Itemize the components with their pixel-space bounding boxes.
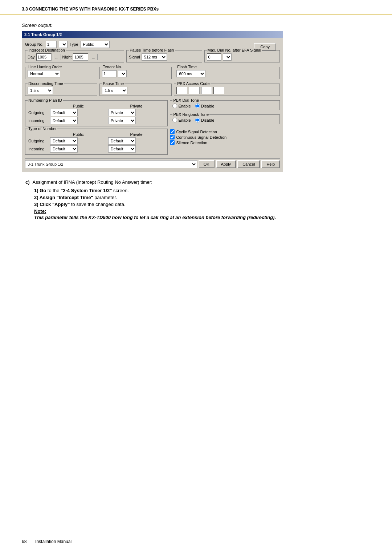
help-button[interactable]: Help [261,160,280,168]
step-1: 1) Go to the "2-4 System Timer 1/2" scre… [34,188,370,193]
cancel-button[interactable]: Cancel [237,160,260,168]
step-1-screen: "2-4 System Timer 1/2" [61,188,112,193]
screen-output-label: Screen output: [22,23,370,28]
numbering-incoming-private-select[interactable]: Private [108,117,136,124]
bottom-select[interactable]: 3-1 Trunk Group 1/2 [25,160,197,168]
line-hunting-legend: Line Hunting Order [28,65,63,69]
note-text: This parameter tells the KX-TD500 how lo… [34,215,276,220]
dial-tone-disable-label: Disable [201,104,215,108]
note-block: Note: This parameter tells the KX-TD500 … [34,208,370,220]
dial-tone-enable-label: Enable [178,104,191,108]
day-label: Day [28,55,35,59]
flash-time-legend: Flash Time [176,65,197,69]
ringback-tone-enable-radio[interactable] [172,118,177,122]
doc-title: Installation Manual [35,539,72,544]
signal-select[interactable]: 512 ms [142,53,167,61]
tenant-no-input[interactable] [102,70,117,77]
pause-time2-select[interactable]: 1.5 s [102,87,127,94]
intercept-dest-legend: Intercept Destination [28,48,66,52]
max-dial-select[interactable]: ▼ [223,53,232,61]
night-input[interactable] [73,53,88,61]
note-label: Note: [34,208,46,214]
step-2: 2) Assign "Intercept Time" parameter. [34,195,370,200]
type-public-header: Public [49,132,107,137]
tenant-no-select[interactable]: ▼ [118,70,127,77]
numbering-outgoing-public-select[interactable]: Default [50,109,78,116]
step-2-bold: Assign [40,195,55,200]
dial-tone-enable-radio[interactable] [172,104,177,108]
step-3-bold: Click [40,202,51,207]
numbering-public-header: Public [49,104,107,109]
type-incoming-public-select[interactable]: Default [50,145,78,153]
numbering-incoming-label: Incoming [28,117,49,125]
dial-tone-disable-radio[interactable] [195,104,200,108]
continuous-signal-label: Continuous Signal Detection [176,135,226,139]
dialog-titlebar: 3-1 Trunk Group 1/2 [22,31,283,38]
silence-detection-checkbox[interactable] [170,140,175,145]
disconnecting-time-legend: Disconnecting Time [28,81,64,86]
group-no-input[interactable] [46,41,57,48]
dialog-title: 3-1 Trunk Group 1/2 [24,32,62,37]
pause-time2-legend: Pause Time [102,81,124,86]
page-number: 68 [22,539,26,544]
step-2-param: "Intercept Time" [57,195,93,200]
pbx-ringback-tone-legend: PBX Ringback Tone [172,112,209,117]
numbering-private-header: Private [107,104,166,109]
ok-button[interactable]: OK [199,160,215,168]
apply-button[interactable]: Apply [216,160,236,168]
tenant-no-legend: Tenant No. [102,65,123,69]
step-3: 3) Click "Apply" to save the changed dat… [34,202,370,207]
signal-label: Signal [129,55,140,59]
group-no-select[interactable]: ▼ [59,41,68,48]
night-label: Night [62,55,72,59]
type-of-number-legend: Type of Number [28,126,57,131]
step-3-apply: "Apply" [52,202,70,207]
day-ellipsis-button[interactable]: ... [53,54,61,60]
pbx-access-code-4[interactable] [213,87,224,94]
c-text: Assignment of IRNA (Intercept Routing No… [33,179,152,185]
numbering-outgoing-label: Outgoing [28,109,49,117]
cyclic-signal-checkbox[interactable] [170,129,175,134]
ringback-tone-enable-label: Enable [178,118,191,122]
day-input[interactable] [36,53,52,61]
pbx-access-code-2[interactable] [189,87,200,94]
line-hunting-select[interactable]: Normal [28,70,60,77]
numbering-outgoing-private-select[interactable]: Private [108,109,136,116]
pbx-access-code-1[interactable] [176,87,187,94]
dialog-window: 3-1 Trunk Group 1/2 Group No. ▼ Type Pub… [22,31,283,172]
type-incoming-label: Incoming [28,145,49,153]
numbering-plan-legend: Numbering Plan ID [28,98,63,102]
pbx-access-code-legend: PBX Access Code [176,81,210,86]
footer-separator [31,540,31,544]
type-outgoing-label: Outgoing [28,137,49,145]
group-no-label: Group No. [25,42,44,46]
c-label: c) [25,179,30,185]
section-heading: 3.3 CONNECTING THE VPS WITH PANASONIC KX… [22,7,370,12]
max-dial-legend: Max. Dial No. after EFA Signal [207,48,262,52]
disconnecting-time-select[interactable]: 1.5 s [28,87,53,94]
cyclic-signal-label: Cyclic Signal Detection [176,130,217,134]
ringback-tone-disable-label: Disable [201,118,215,122]
pause-time-legend: Pause Time before Flash [129,48,175,52]
type-outgoing-private-select[interactable]: Default [108,137,136,145]
pbx-dial-tone-legend: PBX Dial Tone [172,98,200,102]
max-dial-input[interactable] [207,53,221,61]
page-footer: 68 Installation Manual [22,539,72,544]
numbering-incoming-public-select[interactable]: Default [50,117,78,124]
step-1-bold: Go [40,188,46,193]
night-ellipsis-button[interactable]: ... [90,54,98,60]
type-outgoing-public-select[interactable]: Default [50,137,78,145]
type-label: Type [70,42,78,46]
type-select[interactable]: Public [81,41,110,48]
silence-detection-label: Silence Detection [176,141,207,145]
flash-time-select[interactable]: 600 ms [176,70,205,77]
pbx-access-code-3[interactable] [201,87,212,94]
type-private-header: Private [107,132,166,137]
ringback-tone-disable-radio[interactable] [195,118,200,122]
type-incoming-private-select[interactable]: Default [108,145,136,153]
continuous-signal-checkbox[interactable] [170,135,175,139]
